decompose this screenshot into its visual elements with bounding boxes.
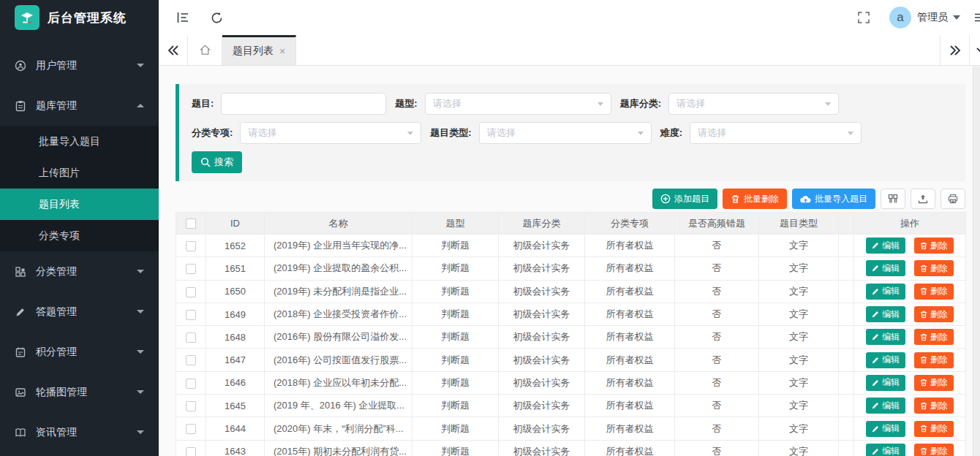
sidebar-subitem-label: 题目列表 — [39, 198, 80, 211]
add-question-label: 添加题目 — [674, 193, 709, 205]
search-button[interactable]: 搜索 — [192, 151, 242, 173]
overflow-menu-icon[interactable] — [973, 12, 980, 23]
category-special-select[interactable]: 请选择 — [240, 122, 421, 144]
sidebar-subitem-batch-import[interactable]: 批量导入题目 — [0, 126, 159, 157]
table-row: 1649 (2018年) 企业接受投资者作价... 判断题 初级会计实务 所有者… — [176, 303, 966, 325]
add-question-button[interactable]: 添加题目 — [652, 189, 717, 209]
cell-bank: 初级会计实务 — [499, 349, 585, 371]
delete-button[interactable]: 删除 — [914, 306, 954, 322]
cell-name: (2019年) 未分配利润是指企业... — [265, 280, 412, 303]
export-button[interactable] — [911, 189, 935, 209]
select-all-checkbox[interactable] — [186, 218, 196, 229]
table-row: 1643 (2015年) 期初未分配利润有贷... 判断题 初级会计实务 所有者… — [176, 440, 966, 456]
batch-delete-button[interactable]: 批量删除 — [723, 189, 787, 209]
row-checkbox[interactable] — [186, 332, 196, 343]
edit-button[interactable]: 编辑 — [866, 238, 905, 254]
cell-id: 1645 — [206, 395, 265, 417]
row-checkbox[interactable] — [186, 355, 196, 365]
edit-button[interactable]: 编辑 — [866, 444, 905, 456]
sidebar-item-label: 积分管理 — [36, 346, 137, 359]
sidebar-item-question-bank-management[interactable]: 题库管理 — [0, 86, 159, 126]
content-type-select[interactable]: 请选择 — [479, 122, 652, 144]
cell-name: (2016年) 公司按面值发行股票... — [265, 349, 412, 371]
sidebar-item-label: 分类管理 — [36, 265, 137, 278]
sidebar-subitem-upload-image[interactable]: 上传图片 — [0, 157, 159, 189]
cell-special: 所有者权益 — [585, 303, 675, 325]
tab-question-list[interactable]: 题目列表 × — [222, 35, 296, 65]
edit-button[interactable]: 编辑 — [866, 421, 905, 437]
tabs-scroll-right-icon[interactable] — [940, 35, 969, 65]
sidebar-subitem-category-special[interactable]: 分类专项 — [0, 220, 159, 251]
edit-button[interactable]: 编辑 — [866, 284, 905, 300]
sidebar-item-points-management[interactable]: 积分管理 — [0, 332, 159, 372]
delete-button[interactable]: 删除 — [914, 375, 954, 391]
row-checkbox[interactable] — [186, 424, 196, 434]
cell-actions: 编辑 删除 — [854, 280, 966, 303]
edit-button[interactable]: 编辑 — [866, 398, 905, 414]
delete-button-label: 删除 — [930, 400, 948, 412]
row-checkbox[interactable] — [186, 310, 196, 320]
difficulty-select[interactable]: 请选择 — [690, 122, 862, 144]
sidebar-subitem-label: 分类专项 — [39, 229, 80, 243]
delete-button[interactable]: 删除 — [914, 421, 954, 437]
chevron-down-icon — [137, 390, 144, 394]
cloud-upload-icon — [800, 194, 811, 204]
delete-button[interactable]: 删除 — [914, 352, 954, 368]
delete-button[interactable]: 删除 — [914, 444, 954, 456]
sidebar-item-news-management[interactable]: 资讯管理 — [0, 412, 159, 452]
refresh-icon[interactable] — [207, 8, 226, 27]
avatar[interactable]: a — [889, 7, 911, 28]
delete-button[interactable]: 删除 — [914, 238, 954, 254]
title-input[interactable] — [221, 93, 386, 115]
edit-button[interactable]: 编辑 — [866, 306, 905, 322]
edit-button-label: 编辑 — [882, 422, 900, 435]
title-label: 题目: — [192, 97, 214, 110]
tabs-scroll-left-icon[interactable] — [159, 35, 188, 65]
cell-high-freq: 否 — [675, 440, 759, 456]
delete-button-label: 删除 — [930, 331, 948, 343]
collapse-sidebar-icon[interactable] — [173, 8, 192, 27]
difficulty-label: 难度: — [660, 126, 682, 140]
row-checkbox[interactable] — [186, 241, 196, 251]
cell-content-type: 文字 — [759, 257, 839, 280]
cell-special: 所有者权益 — [585, 417, 675, 440]
edit-button[interactable]: 编辑 — [866, 375, 905, 391]
sidebar-item-user-management[interactable]: 用户管理 — [0, 45, 159, 86]
vertical-scrollbar[interactable] — [973, 66, 980, 456]
row-checkbox[interactable] — [186, 264, 196, 274]
user-menu-chevron-down-icon[interactable] — [953, 15, 960, 20]
cell-qtype: 判断题 — [412, 349, 499, 371]
cell-special: 所有者权益 — [585, 371, 675, 394]
row-checkbox[interactable] — [186, 401, 196, 411]
batch-import-button[interactable]: 批量导入题目 — [792, 189, 875, 209]
sidebar-item-category-management[interactable]: 分类管理 — [0, 251, 159, 292]
delete-button[interactable]: 删除 — [914, 329, 954, 345]
tabbar: 题目列表 × — [159, 35, 980, 66]
row-checkbox[interactable] — [186, 447, 196, 456]
bank-category-select[interactable]: 请选择 — [668, 93, 839, 115]
close-icon[interactable]: × — [279, 46, 285, 56]
delete-button[interactable]: 删除 — [914, 284, 954, 300]
row-checkbox[interactable] — [186, 287, 196, 297]
delete-button[interactable]: 删除 — [914, 398, 954, 414]
sidebar-subitem-question-list[interactable]: 题目列表 — [0, 189, 159, 220]
sidebar-item-carousel-management[interactable]: 轮播图管理 — [0, 372, 159, 412]
row-checkbox[interactable] — [186, 379, 196, 389]
bank-category-label: 题库分类: — [620, 97, 661, 110]
cell-spacer — [839, 326, 854, 349]
print-button[interactable] — [941, 189, 965, 209]
edit-button[interactable]: 编辑 — [866, 329, 905, 345]
delete-button[interactable]: 删除 — [914, 260, 954, 276]
fullscreen-icon[interactable] — [854, 8, 873, 27]
tab-home[interactable] — [188, 35, 222, 65]
select-placeholder: 请选择 — [248, 126, 403, 140]
sidebar-item-answer-management[interactable]: 答题管理 — [0, 292, 159, 332]
cell-content-type: 文字 — [759, 235, 839, 257]
column-settings-button[interactable] — [881, 189, 905, 209]
column-header-special: 分类专项 — [585, 213, 675, 235]
question-type-select[interactable]: 请选择 — [425, 93, 611, 115]
edit-button[interactable]: 编辑 — [866, 260, 905, 276]
edit-button[interactable]: 编辑 — [866, 352, 905, 368]
tab-options-chevron-down-icon[interactable] — [969, 35, 980, 65]
sidebar-item-label: 资讯管理 — [36, 426, 137, 439]
